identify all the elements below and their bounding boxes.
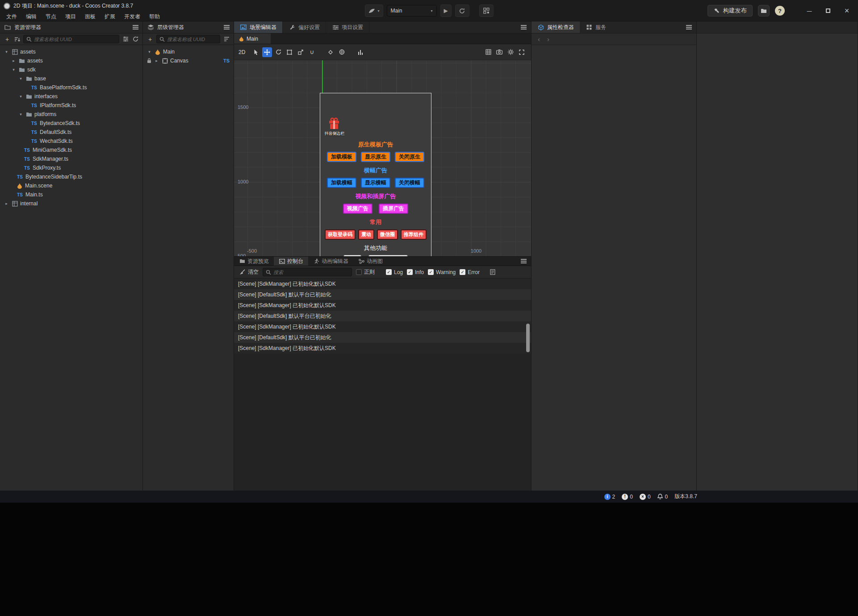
scene-grid[interactable]: 1500 1000 500 0 -500 0 500 1000 (234, 60, 531, 256)
show-banner-button[interactable]: 显示横幅 (361, 178, 390, 188)
share-button[interactable]: 分享 (343, 255, 361, 256)
video-ad-button[interactable]: 视频广告 (343, 204, 372, 214)
status-notification-counter[interactable]: 0 (657, 493, 668, 500)
assets-search-input[interactable] (34, 37, 116, 42)
close-native-button[interactable]: 关闭原生 (395, 152, 424, 162)
close-button[interactable]: × (840, 4, 854, 17)
tab-animation-graph[interactable]: 动画图 (353, 257, 388, 266)
show-native-button[interactable]: 显示原生 (361, 152, 390, 162)
gizmo-space-icon[interactable] (337, 47, 347, 57)
add-node-button[interactable]: + (146, 36, 154, 43)
collapse-logs-icon[interactable] (489, 269, 496, 276)
move-tool-icon[interactable] (262, 47, 272, 57)
tree-item-script[interactable]: TS BytedanceSdk.ts (0, 119, 142, 128)
filter-assets-icon[interactable] (122, 36, 129, 43)
tree-item-scene[interactable]: Main.scene (0, 181, 142, 190)
inspector-menu-icon[interactable] (686, 27, 692, 28)
nav-back-icon[interactable]: ‹ (538, 35, 540, 43)
hierarchy-menu-icon[interactable] (224, 27, 230, 28)
tree-item-script[interactable]: TS BasePlatformSdk.ts (0, 83, 142, 92)
chevron-down-icon[interactable]: ▾ (11, 67, 17, 72)
log-row[interactable]: [Scene] [SdkManager] 已初始化默认SDK (234, 300, 531, 311)
load-banner-button[interactable]: 加载横幅 (327, 178, 356, 188)
menu-node[interactable]: 节点 (41, 13, 61, 21)
get-login-code-button[interactable]: 获取登录码 (325, 229, 356, 240)
chevron-down-icon[interactable]: ▾ (18, 94, 24, 99)
chevron-down-icon[interactable]: ▾ (18, 112, 24, 117)
tree-item-script[interactable]: TS IPlatformSdk.ts (0, 101, 142, 110)
tab-project-settings[interactable]: 项目设置 (326, 21, 369, 33)
chevron-right-icon[interactable]: ▸ (154, 58, 159, 63)
status-info-counter[interactable]: i 2 (604, 494, 615, 500)
platform-select[interactable]: ▾ (364, 4, 383, 17)
hierarchy-node-main[interactable]: ▾ Main (143, 47, 234, 56)
dock-menu-icon[interactable] (521, 261, 527, 262)
console-log-list[interactable]: [Scene] [SdkManager] 已初始化默认SDK [Scene] [… (234, 279, 531, 491)
show-share-menu-button[interactable]: 显示分享菜单 (368, 255, 408, 256)
chevron-down-icon[interactable]: ▾ (4, 50, 9, 54)
tree-item-internal-root[interactable]: ▸ internal (0, 199, 142, 208)
filter-log-toggle[interactable]: ✓ Log (386, 269, 403, 275)
menu-extension[interactable]: 扩展 (100, 13, 120, 21)
tree-item-folder[interactable]: ▾ sdk (0, 65, 142, 74)
hierarchy-search-input[interactable] (167, 37, 217, 42)
wechat-moments-button[interactable]: 微信圈 (377, 229, 398, 240)
stats-icon[interactable] (356, 47, 365, 57)
camera-settings-icon[interactable] (494, 47, 504, 57)
reload-button[interactable] (455, 4, 469, 17)
scene-tabs-menu-icon[interactable] (521, 27, 527, 28)
help-button[interactable]: ? (775, 6, 785, 16)
mode-2d-button[interactable]: 2D (239, 49, 245, 55)
grid-visibility-icon[interactable] (483, 47, 493, 57)
regex-toggle[interactable]: 正则 (356, 268, 375, 276)
open-project-folder-button[interactable] (758, 5, 770, 17)
play-button[interactable]: ▶ (440, 4, 451, 17)
tab-services[interactable]: 服务 (580, 21, 612, 33)
sort-assets-icon[interactable] (13, 36, 21, 43)
vibrate-button[interactable]: 震动 (358, 229, 374, 240)
tree-item-folder[interactable]: ▾ base (0, 74, 142, 83)
filter-warning-toggle[interactable]: ✓ Warning (428, 269, 456, 275)
recommend-widget-button[interactable]: 推荐组件 (401, 229, 427, 240)
ui-transform-tool-icon[interactable]: ∪ (307, 47, 317, 57)
console-search-input[interactable] (273, 270, 349, 275)
close-banner-button[interactable]: 关闭横幅 (395, 178, 424, 188)
scene-viewport[interactable]: 2D ∪ (234, 44, 531, 256)
menu-edit[interactable]: 编辑 (21, 13, 41, 21)
chevron-right-icon[interactable]: ▸ (4, 201, 9, 206)
gear-icon[interactable] (506, 47, 515, 57)
tree-item-script[interactable]: TS Main.ts (0, 190, 142, 199)
tree-item-script[interactable]: TS SdkProxy.ts (0, 163, 142, 172)
assets-menu-icon[interactable] (133, 27, 138, 28)
filter-error-toggle[interactable]: ✓ Error (460, 269, 480, 275)
chevron-right-icon[interactable]: ▸ (11, 58, 17, 63)
tab-animation-editor[interactable]: 动画编辑器 (308, 257, 353, 266)
log-row[interactable]: [Scene] [DefaultSdk] 默认平台已初始化 (234, 289, 531, 300)
build-button[interactable]: 构建发布 (707, 5, 753, 17)
tab-inspector[interactable]: 属性检查器 (532, 21, 580, 33)
scene-select[interactable]: Main ▾ (386, 5, 436, 17)
console-scrollbar[interactable] (526, 324, 530, 352)
tree-item-assets-root[interactable]: ▾ assets (0, 47, 142, 56)
filter-info-toggle[interactable]: ✓ Info (407, 269, 424, 275)
load-template-button[interactable]: 加载模板 (327, 152, 356, 162)
clear-console-button[interactable]: 清空 (239, 268, 259, 276)
minimize-button[interactable]: ─ (803, 4, 816, 17)
lock-icon[interactable] (146, 57, 152, 64)
log-row[interactable]: [Scene] [SdkManager] 已初始化默认SDK (234, 321, 531, 332)
chevron-down-icon[interactable]: ▾ (146, 50, 152, 54)
menu-file[interactable]: 文件 (2, 13, 21, 21)
rect-tool-icon[interactable] (285, 47, 294, 57)
log-row[interactable]: [Scene] [DefaultSdk] 默认平台已初始化 (234, 332, 531, 343)
hierarchy-filter-icon[interactable] (223, 36, 230, 43)
log-row[interactable]: [Scene] [SdkManager] 已初始化默认SDK (234, 279, 531, 289)
menu-help[interactable]: 帮助 (145, 13, 164, 21)
tab-console[interactable]: 控制台 (274, 257, 308, 266)
fullscreen-icon[interactable] (517, 47, 527, 57)
tree-item-script[interactable]: TS WechatSdk.ts (0, 137, 142, 146)
tree-item-script[interactable]: TS SdkManager.ts (0, 154, 142, 163)
status-log-counter[interactable]: ! 0 (622, 494, 633, 500)
preview-qr-button[interactable] (479, 4, 494, 17)
tree-item-script[interactable]: TS BytedanceSidebarTip.ts (0, 172, 142, 181)
tree-item-folder[interactable]: ▾ platforms (0, 110, 142, 119)
